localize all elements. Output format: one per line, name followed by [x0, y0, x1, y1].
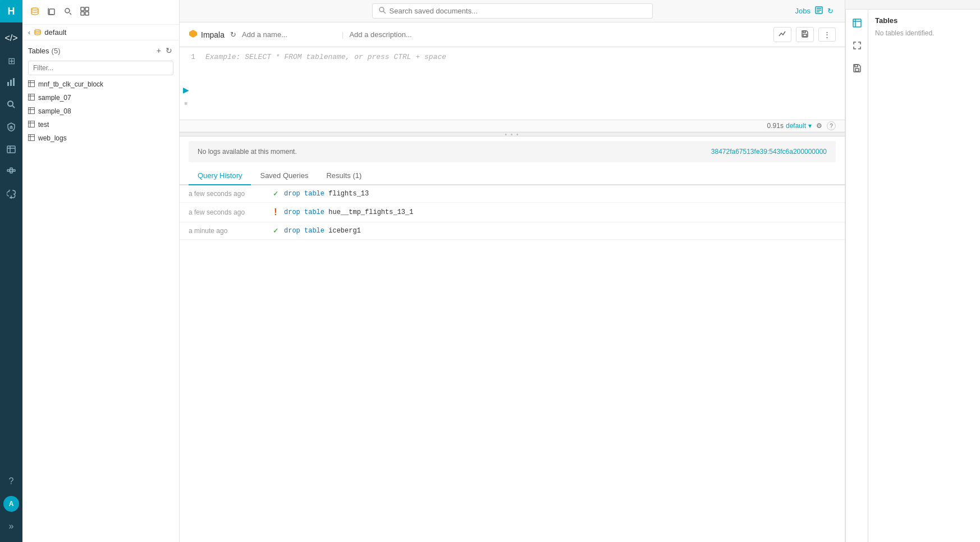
sql-keyword: table — [304, 208, 324, 216]
dashboard-icon: ⊞ — [8, 56, 15, 66]
query-history-row[interactable]: a minute ago ✓ drop table iceberg1 — [180, 222, 845, 240]
query-time: a few seconds ago — [189, 190, 267, 198]
add-table-btn[interactable]: + — [155, 45, 162, 56]
right-tables-panel: Tables No tables identified. — [868, 10, 980, 542]
table-name: sample_07 — [38, 94, 71, 102]
resize-handle[interactable]: • • • — [180, 132, 845, 136]
sidebar-item-cloud[interactable] — [0, 184, 22, 207]
sidebar-item-workflow[interactable] — [0, 162, 22, 184]
sql-table-name: flights_13 — [328, 190, 369, 198]
svg-point-3 — [8, 101, 13, 106]
query-history-row[interactable]: a few seconds ago ! drop table hue__tmp_… — [180, 203, 845, 222]
table-row-icon — [28, 134, 35, 142]
sidebar-item-avatar[interactable]: A — [0, 493, 22, 515]
grid-icon-btn[interactable] — [78, 4, 91, 20]
sidebar-item-help[interactable]: ? — [0, 470, 22, 493]
right-panel-title: Tables — [875, 16, 973, 25]
breadcrumb: ‹ default — [22, 25, 179, 40]
search-box[interactable] — [372, 3, 653, 19]
refresh-editor-btn[interactable]: ↻ — [230, 30, 236, 39]
svg-rect-34 — [29, 108, 35, 114]
sql-keyword: table — [304, 190, 324, 198]
search-input[interactable] — [390, 7, 647, 15]
sidebar-item-security[interactable] — [0, 117, 22, 139]
chart-btn[interactable] — [773, 27, 791, 42]
list-item[interactable]: sample_07 — [22, 91, 179, 104]
tables-label: Tables — [28, 47, 49, 55]
stop-query-btn[interactable]: ■ — [180, 97, 192, 110]
code-placeholder: Example: SELECT * FROM tablename, or pre… — [205, 53, 446, 61]
tab-saved-queries[interactable]: Saved Queries — [251, 167, 317, 185]
svg-marker-49 — [189, 30, 197, 38]
help-status-icon[interactable]: ? — [827, 121, 836, 130]
settings-icon[interactable]: ⚙ — [816, 122, 822, 130]
svg-rect-24 — [85, 7, 89, 11]
svg-line-22 — [70, 13, 71, 15]
query-history-row[interactable]: a few seconds ago ✓ drop table flights_1… — [180, 185, 845, 203]
table-name: mnf_tb_clk_cur_block — [38, 80, 103, 88]
breadcrumb-back-btn[interactable]: ‹ — [28, 28, 30, 37]
code-editor[interactable]: 1 Example: SELECT * FROM tablename, or p… — [180, 47, 845, 120]
svg-rect-55 — [855, 69, 859, 71]
database-icon-btn[interactable] — [28, 4, 42, 20]
svg-rect-25 — [81, 12, 84, 15]
save-btn[interactable] — [796, 27, 814, 42]
more-options-btn[interactable]: ⋮ — [818, 28, 836, 42]
table-name: web_logs — [38, 134, 67, 142]
search-tables-icon[interactable] — [62, 5, 75, 20]
right-save-btn[interactable] — [848, 59, 866, 77]
tables-count: (5) — [52, 47, 61, 55]
list-item[interactable]: test — [22, 118, 179, 131]
query-sql: drop table iceberg1 — [284, 227, 836, 235]
cloud-icon — [7, 190, 16, 201]
right-panel-toolbar — [845, 0, 980, 10]
tab-query-history-label: Query History — [198, 171, 242, 180]
log-id-link[interactable]: 38472fa67513fe39:543fc6a200000000 — [711, 148, 827, 156]
list-item[interactable]: web_logs — [22, 131, 179, 145]
right-icon-bar — [845, 10, 868, 542]
query-sql: drop table hue__tmp_flights_13_1 — [284, 208, 836, 216]
sidebar: ‹ default Tables (5) + ↻ — [22, 0, 180, 542]
name-desc-separator: | — [342, 30, 344, 39]
sidebar-item-dashboard[interactable]: ⊞ — [0, 49, 22, 72]
engine-icon — [189, 29, 198, 40]
line-number-1: 1 — [191, 53, 195, 61]
jobs-area[interactable]: Jobs ↻ — [795, 6, 834, 16]
refresh-tables-btn[interactable]: ↻ — [164, 45, 173, 56]
list-item[interactable]: mnf_tb_clk_cur_block — [22, 78, 179, 91]
svg-rect-56 — [855, 65, 858, 67]
log-message: No logs available at this moment. — [198, 148, 297, 156]
right-maximize-btn[interactable] — [848, 37, 866, 54]
sidebar-item-search[interactable] — [0, 94, 22, 117]
right-tables-btn[interactable] — [848, 14, 866, 32]
editor-name-input[interactable] — [242, 30, 336, 39]
search-icon-sidebar — [7, 100, 16, 111]
svg-point-27 — [35, 30, 40, 31]
sidebar-item-table[interactable] — [0, 139, 22, 162]
jobs-label: Jobs — [795, 7, 810, 15]
table-list: mnf_tb_clk_cur_block sample_07 — [22, 78, 179, 542]
expand-collapse-icon: » — [9, 521, 14, 531]
security-icon — [7, 122, 16, 134]
sidebar-item-code[interactable]: </> — [0, 27, 22, 49]
sidebar-toolbar — [22, 0, 179, 25]
sidebar-item-chart[interactable] — [0, 72, 22, 94]
list-item[interactable]: sample_08 — [22, 104, 179, 118]
tab-results[interactable]: Results (1) — [317, 167, 370, 185]
logo-button[interactable]: H — [0, 0, 22, 22]
query-status-warn: ! — [267, 207, 284, 217]
run-query-btn[interactable]: ▶ — [180, 84, 192, 96]
sidebar-collapse-btn[interactable]: » — [0, 515, 22, 538]
engine-selector[interactable]: Impala — [189, 29, 225, 40]
editor-desc-input[interactable] — [349, 30, 518, 39]
main-container: ‹ default Tables (5) + ↻ — [22, 0, 980, 542]
svg-rect-26 — [85, 12, 89, 15]
tab-query-history[interactable]: Query History — [189, 167, 251, 185]
copy-icon-btn[interactable] — [45, 4, 58, 20]
jobs-refresh-icon[interactable]: ↻ — [827, 7, 834, 15]
table-filter-input[interactable] — [28, 61, 173, 75]
table-name: sample_08 — [38, 107, 71, 115]
tables-actions: + ↻ — [155, 45, 173, 56]
code-content[interactable]: Example: SELECT * FROM tablename, or pre… — [200, 53, 845, 114]
tabs-bar: Query History Saved Queries Results (1) — [180, 167, 845, 185]
